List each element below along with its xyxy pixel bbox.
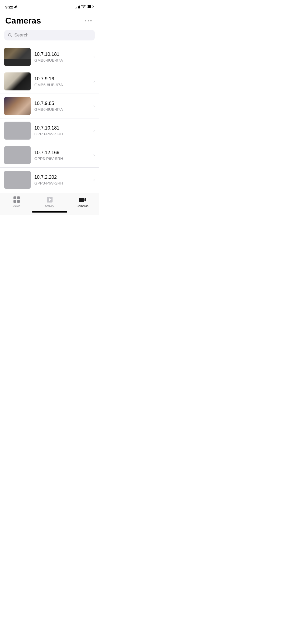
chevron-icon: › [93,79,95,84]
dot-1 [85,20,86,21]
camera-model: GPP3-P6V-SRH [34,181,90,185]
svg-marker-12 [84,197,86,202]
chevron-icon: › [93,128,95,133]
camera-list: 10.7.10.181 GMB6-8UB-97A › 10.7.9.16 GMB… [0,45,99,192]
svg-rect-5 [13,196,16,199]
dot-3 [90,20,92,21]
camera-thumbnail [4,122,31,140]
tab-views-label: Views [13,204,20,208]
svg-rect-7 [13,200,16,203]
tab-cameras[interactable]: Cameras [66,196,99,208]
svg-rect-8 [17,200,20,203]
camera-info: 10.7.10.181 GMB6-8UB-97A [34,52,90,62]
camera-thumbnail [4,48,31,66]
camera-info: 10.7.10.181 GPP3-P6V-SRH [34,125,90,136]
tab-cameras-label: Cameras [77,204,88,208]
signal-icon [76,5,80,8]
camera-ip: 10.7.10.181 [34,125,90,131]
camera-item[interactable]: 10.7.9.85 GMB6-8UB-97A › [0,94,99,118]
svg-rect-6 [17,196,20,199]
home-indicator [32,211,67,213]
camera-model: GMB6-8UB-97A [34,82,90,87]
search-container: Search [4,30,95,40]
camera-info: 10.7.9.85 GMB6-8UB-97A [34,101,90,112]
views-icon [13,196,20,203]
cameras-icon [79,196,86,203]
main-content: Cameras Search 10.7.10.181 GMB6-8UB-97A … [0,12,99,193]
camera-ip: 10.7.10.181 [34,52,90,57]
camera-ip: 10.7.9.16 [34,76,90,82]
camera-model: GMB6-8UB-97A [34,58,90,62]
camera-model: GMB6-8UB-97A [34,107,90,112]
svg-line-4 [11,36,12,37]
search-icon [8,33,12,37]
camera-item[interactable]: 10.7.10.181 GPP3-P6V-SRH › [0,118,99,143]
location-icon [14,5,17,8]
status-bar: 9:22 [0,0,99,12]
camera-model: GPP3-P6V-SRH [34,132,90,136]
chevron-icon: › [93,153,95,158]
header: Cameras [0,12,99,29]
camera-model: GPP3-P6V-SRH [34,156,90,161]
chevron-icon: › [93,54,95,59]
camera-thumbnail [4,72,31,90]
search-bar[interactable]: Search [4,30,95,40]
tab-activity-label: Activity [45,204,54,208]
camera-ip: 10.7.2.202 [34,174,90,180]
chevron-icon: › [93,104,95,108]
camera-ip: 10.7.12.169 [34,150,90,155]
svg-rect-1 [93,6,94,7]
camera-item[interactable]: 10.7.12.169 GPP3-P6V-SRH › [0,143,99,168]
status-icons [76,4,94,9]
camera-info: 10.7.9.16 GMB6-8UB-97A [34,76,90,87]
battery-icon [87,4,94,9]
camera-item[interactable]: 10.7.10.181 GMB6-8UB-97A › [0,45,99,69]
camera-info: 10.7.12.169 GPP3-P6V-SRH [34,150,90,161]
camera-thumbnail [4,146,31,164]
tab-activity[interactable]: Activity [33,196,66,208]
camera-item[interactable]: 10.7.2.202 GPP3-P6V-SRH › [0,168,99,192]
page-title: Cameras [5,16,41,26]
camera-ip: 10.7.9.85 [34,101,90,106]
chevron-icon: › [93,177,95,182]
activity-icon [46,196,53,203]
camera-thumbnail [4,171,31,189]
wifi-icon [81,4,86,9]
camera-item[interactable]: 10.7.9.16 GMB6-8UB-97A › [0,69,99,94]
more-button[interactable] [83,18,94,24]
camera-info: 10.7.2.202 GPP3-P6V-SRH [34,174,90,185]
svg-rect-2 [88,5,91,8]
dot-2 [88,20,89,21]
camera-thumbnail [4,97,31,115]
tab-views[interactable]: Views [0,196,33,208]
svg-rect-11 [79,198,84,202]
search-placeholder: Search [14,33,29,38]
status-time: 9:22 [5,5,17,9]
